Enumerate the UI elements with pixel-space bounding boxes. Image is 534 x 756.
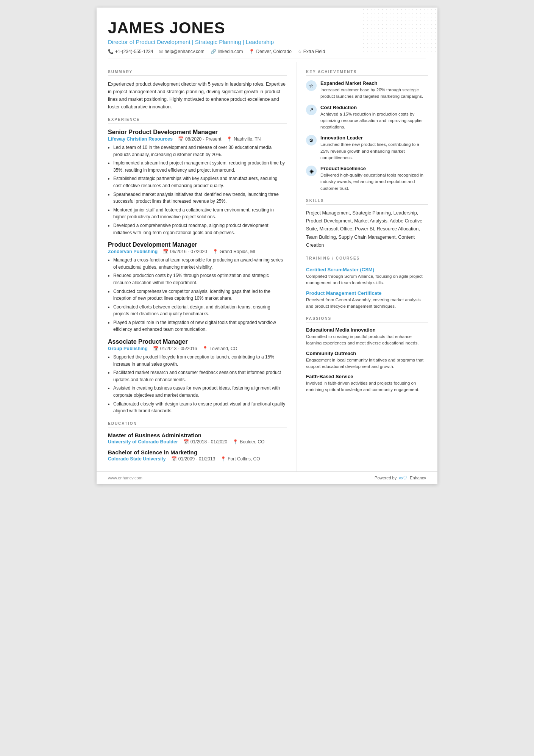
summary-text: Experienced product development director… [108, 80, 287, 111]
bullet-list-2: Managed a cross-functional team responsi… [108, 257, 287, 333]
course-desc-2: Received from General Assembly, covering… [306, 297, 428, 310]
job-date-3: 📅 01/2013 - 05/2016 [153, 346, 197, 351]
pin-icon-2: 📍 [212, 249, 218, 254]
passion-desc-3: Involved in faith-driven activities and … [306, 380, 428, 393]
course-2: Product Management Certificate Received … [306, 290, 428, 310]
edu-date-1: 📅 01/2018 - 01/2020 [183, 439, 227, 445]
edu-entry-2: Bachelor of Science in Marketing Colorad… [108, 449, 287, 462]
course-1: Certified ScrumMaster (CSM) Completed th… [306, 267, 428, 286]
powered-by-text: Powered by [375, 476, 397, 480]
achievement-icon-2: ↗ [306, 105, 317, 115]
achievement-content-1: Expanded Market Reach Increased customer… [320, 80, 428, 100]
bullet-1-1: Led a team of 10 in the development and … [113, 144, 287, 158]
passion-desc-1: Committed to creating impactful products… [306, 333, 428, 347]
phone-value: +1-(234)-555-1234 [115, 49, 153, 54]
achievement-desc-4: Delivered high-quality educational tools… [320, 172, 428, 192]
company-3: Group Publishing [108, 346, 148, 351]
achievement-content-2: Cost Reduction Achieved a 15% reduction … [320, 105, 428, 131]
calendar-icon-3: 📅 [153, 346, 159, 351]
location-value: Denver, Colorado [256, 49, 291, 54]
passion-3: Faith-Based Service Involved in faith-dr… [306, 374, 428, 393]
course-desc-1: Completed through Scrum Alliance, focusi… [306, 273, 428, 286]
calendar-icon-edu1: 📅 [183, 439, 189, 445]
job-title-3: Associate Product Manager [108, 338, 287, 345]
passions-label: PASSIONS [306, 316, 428, 322]
achievement-title-3: Innovation Leader [320, 135, 428, 141]
calendar-icon-2: 📅 [163, 249, 169, 254]
bullet-1-2: Implemented a streamlined project manage… [113, 160, 287, 174]
achievements-label: KEY ACHIEVEMENTS [306, 70, 428, 76]
skills-text: Project Management, Strategic Planning, … [306, 209, 428, 249]
skills-label: SKILLS [306, 199, 428, 205]
achievement-icon-4: ◉ [306, 166, 317, 176]
edu-location-2: 📍 Fort Collins, CO [220, 456, 260, 462]
degree-2: Bachelor of Science in Marketing [108, 449, 287, 455]
bullet-1-3: Established strategic partnerships with … [113, 175, 287, 189]
edu-entry-1: Master of Business Administration Univer… [108, 432, 287, 445]
achievement-desc-2: Achieved a 15% reduction in production c… [320, 111, 428, 131]
extra-value: Extra Field [303, 49, 325, 54]
job-meta-3: Group Publishing 📅 01/2013 - 05/2016 📍 L… [108, 346, 287, 351]
job-title-1: Senior Product Development Manager [108, 129, 287, 136]
job-entry-3: Associate Product Manager Group Publishi… [108, 338, 287, 415]
bullet-2-4: Coordinated efforts between editorial, d… [113, 304, 287, 318]
email-value: help@enhancv.com [164, 49, 204, 54]
passion-title-1: Educational Media Innovation [306, 327, 428, 333]
location-item: 📍 Denver, Colorado [249, 49, 291, 54]
company-1: Lifeway Christian Resources [108, 136, 173, 142]
achievement-1: ☆ Expanded Market Reach Increased custom… [306, 80, 428, 100]
pin-icon-edu1: 📍 [233, 439, 238, 445]
footer-bar: www.enhancv.com Powered by ∞♡ Enhancv [97, 471, 437, 484]
email-icon: ✉ [159, 49, 163, 54]
extra-item: ☆ Extra Field [298, 49, 325, 54]
edu-date-2: 📅 01/2009 - 01/2013 [171, 456, 215, 462]
brand-name: Enhancv [410, 476, 426, 480]
pin-icon-edu2: 📍 [220, 456, 226, 462]
achievement-content-4: Product Excellence Delivered high-qualit… [320, 166, 428, 192]
achievement-title-4: Product Excellence [320, 166, 428, 171]
edu-meta-1: University of Colorado Boulder 📅 01/2018… [108, 439, 287, 445]
course-title-1: Certified ScrumMaster (CSM) [306, 267, 428, 272]
company-2: Zondervan Publishing [108, 249, 158, 254]
linkedin-icon: 🔗 [211, 49, 216, 54]
footer-website: www.enhancv.com [108, 476, 142, 480]
job-date-2: 📅 06/2016 - 07/2020 [163, 249, 207, 254]
bullet-1-4: Spearheaded market analysis initiatives … [113, 191, 287, 205]
achievement-desc-1: Increased customer base by 20% through s… [320, 87, 428, 100]
achievement-3: ⚙ Innovation Leader Launched three new p… [306, 135, 428, 161]
contact-row: 📞 +1-(234)-555-1234 ✉ help@enhancv.com 🔗… [108, 49, 426, 58]
linkedin-value: linkedin.com [218, 49, 243, 54]
passion-desc-2: Engagement in local community initiative… [306, 357, 428, 370]
pin-icon-3: 📍 [202, 346, 208, 351]
job-location-1: 📍 Nashville, TN [226, 136, 261, 142]
bullet-2-3: Conducted comprehensive competitor analy… [113, 288, 287, 302]
bullet-2-2: Reduced production costs by 15% through … [113, 272, 287, 286]
bullet-list-1: Led a team of 10 in the development and … [108, 144, 287, 236]
achievement-2: ↗ Cost Reduction Achieved a 15% reductio… [306, 105, 428, 131]
edu-school-1: University of Colorado Boulder [108, 439, 178, 445]
experience-label: EXPERIENCE [108, 117, 287, 124]
edu-meta-2: Colorado State University 📅 01/2009 - 01… [108, 456, 287, 462]
calendar-icon-edu2: 📅 [171, 456, 177, 462]
job-entry-2: Product Development Manager Zondervan Pu… [108, 241, 287, 333]
resume-page: JAMES JONES Director of Product Developm… [97, 8, 437, 484]
job-title-2: Product Development Manager [108, 241, 287, 248]
edu-location-1: 📍 Boulder, CO [233, 439, 264, 445]
passion-2: Community Outreach Engagement in local c… [306, 351, 428, 370]
job-location-2: 📍 Grand Rapids, MI [212, 249, 255, 254]
job-meta-2: Zondervan Publishing 📅 06/2016 - 07/2020… [108, 249, 287, 254]
achievement-4: ◉ Product Excellence Delivered high-qual… [306, 166, 428, 192]
bullet-3-3: Assisted in creating business cases for … [113, 385, 287, 399]
achievement-icon-1: ☆ [306, 80, 317, 91]
main-content: SUMMARY Experienced product development … [97, 62, 437, 471]
calendar-icon-1: 📅 [178, 136, 184, 142]
email-item: ✉ help@enhancv.com [159, 49, 204, 54]
pin-icon-1: 📍 [226, 136, 232, 142]
left-column: SUMMARY Experienced product development … [97, 62, 297, 471]
degree-1: Master of Business Administration [108, 432, 287, 438]
job-entry-1: Senior Product Development Manager Lifew… [108, 129, 287, 236]
job-date-1: 📅 08/2020 - Present [178, 136, 221, 142]
achievement-icon-3: ⚙ [306, 135, 317, 146]
footer-brand: Powered by ∞♡ Enhancv [375, 475, 426, 481]
bullet-list-3: Supported the product lifecycle from con… [108, 354, 287, 415]
